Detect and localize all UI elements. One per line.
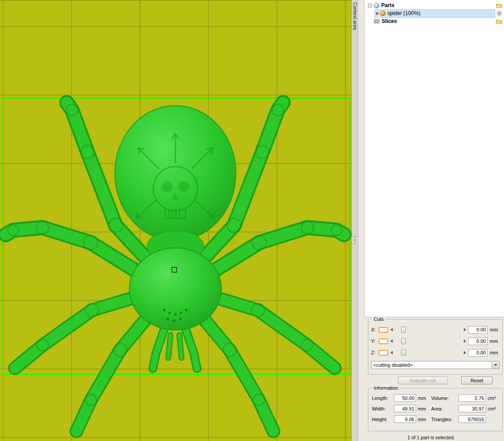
triangles-label: Triangles: (431, 417, 457, 422)
cut-row-y: Y: mm (371, 336, 500, 346)
x-slider-right-arrow[interactable] (464, 328, 466, 331)
context-area-label: Context area (352, 0, 358, 30)
remove-part-icon[interactable] (496, 11, 502, 16)
y-slider-right-arrow[interactable] (464, 339, 466, 343)
y-slider-left-arrow[interactable] (390, 339, 393, 343)
x-axis-label: X: (371, 327, 376, 332)
x-cut-slider[interactable] (395, 326, 462, 333)
cuts-title: Cuts (372, 316, 386, 322)
x-cut-toggle[interactable] (379, 327, 388, 333)
z-unit-label: mm (490, 350, 500, 355)
width-unit: mm (418, 406, 429, 411)
dropdown-button[interactable] (492, 361, 499, 369)
tree-row-parts[interactable]: − Parts (364, 1, 504, 9)
y-cut-toggle[interactable] (379, 338, 388, 344)
area-label: Area: (431, 406, 457, 411)
reset-button[interactable]: Reset (461, 376, 493, 384)
z-cut-slider[interactable] (395, 349, 462, 356)
execute-cut-button[interactable]: Execute cut (398, 376, 448, 384)
width-value[interactable] (394, 405, 416, 412)
x-slider-left-arrow[interactable] (390, 328, 393, 331)
information-group: Information Length: mm Volume: cm³ Width… (368, 388, 503, 431)
selected-part-highlight[interactable]: spider (100%) (375, 10, 495, 17)
cutting-mode-value: <cutting disabled> (371, 362, 492, 368)
selection-status: 1 of 1 part is selected. (358, 435, 504, 440)
panel-gutter (359, 0, 364, 441)
open-folder-icon[interactable] (496, 19, 502, 24)
sphere-icon (374, 3, 379, 8)
y-unit-label: mm (490, 338, 500, 344)
cut-row-x: X: mm (371, 325, 500, 335)
part-sphere-icon (380, 11, 386, 16)
cuts-group: Cuts X: mm Y: mm Z: mm <cutting disabled… (368, 319, 503, 375)
volume-unit: cm³ (488, 395, 499, 401)
y-slider-handle[interactable] (401, 338, 406, 344)
slices-label: Slices (382, 18, 397, 24)
cut-row-z: Z: mm (371, 348, 500, 357)
parts-tree-panel: − Parts spider (100%) (364, 0, 504, 317)
z-cut-toggle[interactable] (379, 350, 388, 356)
viewport-3d[interactable] (0, 0, 352, 441)
chevron-down-icon (494, 364, 497, 366)
context-area-strip[interactable]: Context area (352, 0, 358, 441)
tree-row-spider[interactable]: spider (100%) (364, 9, 504, 17)
width-label: Width: (372, 406, 392, 411)
length-value[interactable] (394, 394, 416, 402)
spider-part-label: spider (100%) (387, 10, 421, 16)
spider-abdomen (115, 106, 236, 241)
y-cut-slider[interactable] (395, 338, 462, 345)
open-folder-icon[interactable] (496, 3, 502, 8)
spider-model[interactable] (0, 1, 352, 441)
y-cut-value-input[interactable] (468, 338, 488, 345)
height-unit: mm (418, 417, 429, 422)
z-slider-right-arrow[interactable] (464, 351, 466, 354)
information-title: Information (372, 385, 400, 391)
splitter-grip[interactable] (354, 236, 356, 247)
information-grid: Length: mm Volume: cm³ Width: mm Area: c… (372, 394, 500, 423)
z-slider-left-arrow[interactable] (390, 351, 393, 354)
volume-value[interactable] (459, 394, 486, 402)
length-unit: mm (418, 395, 429, 401)
x-unit-label: mm (490, 327, 500, 332)
z-cut-value-input[interactable] (468, 349, 488, 357)
triangles-value[interactable] (459, 415, 486, 423)
x-cut-value-input[interactable] (468, 326, 488, 334)
parts-label: Parts (381, 2, 394, 8)
height-label: Height: (372, 417, 392, 422)
z-axis-label: Z: (371, 350, 376, 355)
y-axis-label: Y: (371, 338, 376, 344)
x-slider-handle[interactable] (401, 327, 406, 333)
tree-row-slices[interactable]: Slices (364, 17, 504, 25)
z-slider-handle[interactable] (401, 350, 406, 356)
spider-cephalothorax (129, 248, 221, 330)
collapse-icon[interactable]: − (368, 4, 372, 8)
slices-icon (374, 19, 380, 24)
cuts-buttons: Execute cut Reset (368, 376, 503, 384)
height-value[interactable] (394, 415, 416, 423)
cutting-mode-dropdown[interactable]: <cutting disabled> (371, 361, 500, 369)
area-value[interactable] (459, 405, 486, 412)
volume-label: Volume: (431, 395, 457, 401)
area-unit: cm² (488, 406, 499, 411)
bullet-icon (376, 12, 378, 15)
length-label: Length: (372, 395, 392, 401)
